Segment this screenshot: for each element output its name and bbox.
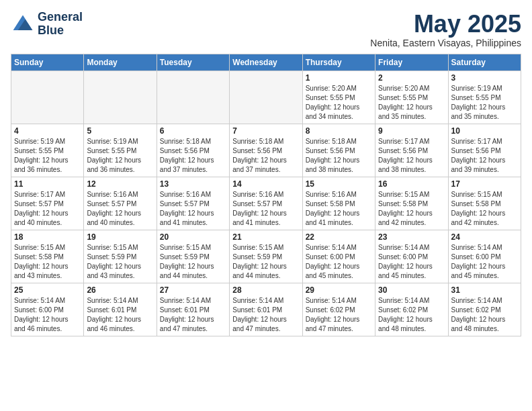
calendar-cell: 19Sunrise: 5:15 AM Sunset: 5:59 PM Dayli… [84, 230, 157, 283]
weekday-header: Sunday [11, 54, 84, 71]
calendar-cell: 14Sunrise: 5:16 AM Sunset: 5:57 PM Dayli… [230, 177, 302, 230]
day-info: Sunrise: 5:18 AM Sunset: 5:56 PM Dayligh… [306, 137, 372, 175]
day-number: 19 [87, 232, 153, 242]
day-info: Sunrise: 5:14 AM Sunset: 6:01 PM Dayligh… [160, 296, 226, 334]
day-number: 5 [87, 126, 153, 136]
day-number: 24 [451, 232, 518, 242]
weekday-header: Friday [375, 54, 448, 71]
day-number: 31 [451, 285, 518, 295]
calendar-cell: 17Sunrise: 5:15 AM Sunset: 5:58 PM Dayli… [448, 177, 521, 230]
day-number: 17 [451, 179, 518, 189]
calendar-table: SundayMondayTuesdayWednesdayThursdayFrid… [11, 54, 521, 336]
calendar-cell: 21Sunrise: 5:15 AM Sunset: 5:59 PM Dayli… [230, 230, 302, 283]
day-number: 8 [306, 126, 372, 136]
calendar-cell: 2Sunrise: 5:20 AM Sunset: 5:55 PM Daylig… [375, 71, 448, 124]
day-number: 23 [378, 232, 445, 242]
day-number: 20 [160, 232, 226, 242]
day-info: Sunrise: 5:19 AM Sunset: 5:55 PM Dayligh… [451, 84, 518, 122]
calendar-week-row: 4Sunrise: 5:19 AM Sunset: 5:55 PM Daylig… [11, 124, 521, 177]
day-info: Sunrise: 5:19 AM Sunset: 5:55 PM Dayligh… [14, 137, 81, 175]
day-info: Sunrise: 5:17 AM Sunset: 5:56 PM Dayligh… [378, 137, 445, 175]
weekday-header: Wednesday [230, 54, 302, 71]
day-number: 14 [232, 179, 299, 189]
day-number: 1 [306, 73, 372, 83]
day-info: Sunrise: 5:15 AM Sunset: 5:59 PM Dayligh… [87, 243, 153, 281]
calendar-cell: 9Sunrise: 5:17 AM Sunset: 5:56 PM Daylig… [375, 124, 448, 177]
day-number: 18 [14, 232, 81, 242]
calendar-cell: 28Sunrise: 5:14 AM Sunset: 6:01 PM Dayli… [230, 283, 302, 336]
calendar-cell: 20Sunrise: 5:15 AM Sunset: 5:59 PM Dayli… [157, 230, 229, 283]
day-info: Sunrise: 5:18 AM Sunset: 5:56 PM Dayligh… [160, 137, 226, 175]
calendar-cell: 5Sunrise: 5:19 AM Sunset: 5:55 PM Daylig… [84, 124, 157, 177]
day-info: Sunrise: 5:20 AM Sunset: 5:55 PM Dayligh… [378, 84, 445, 122]
day-number: 30 [378, 285, 445, 295]
day-number: 28 [232, 285, 299, 295]
calendar-week-row: 25Sunrise: 5:14 AM Sunset: 6:00 PM Dayli… [11, 283, 521, 336]
calendar-cell: 18Sunrise: 5:15 AM Sunset: 5:58 PM Dayli… [11, 230, 84, 283]
calendar-cell [11, 71, 84, 124]
day-info: Sunrise: 5:14 AM Sunset: 6:00 PM Dayligh… [451, 243, 518, 281]
calendar-cell: 27Sunrise: 5:14 AM Sunset: 6:01 PM Dayli… [157, 283, 229, 336]
day-number: 6 [160, 126, 226, 136]
calendar-cell: 13Sunrise: 5:16 AM Sunset: 5:57 PM Dayli… [157, 177, 229, 230]
day-info: Sunrise: 5:14 AM Sunset: 6:02 PM Dayligh… [306, 296, 372, 334]
calendar-cell: 6Sunrise: 5:18 AM Sunset: 5:56 PM Daylig… [157, 124, 229, 177]
day-info: Sunrise: 5:15 AM Sunset: 5:59 PM Dayligh… [160, 243, 226, 281]
calendar-cell: 3Sunrise: 5:19 AM Sunset: 5:55 PM Daylig… [448, 71, 521, 124]
day-info: Sunrise: 5:15 AM Sunset: 5:58 PM Dayligh… [378, 190, 445, 228]
day-info: Sunrise: 5:16 AM Sunset: 5:57 PM Dayligh… [87, 190, 153, 228]
month-title: May 2025 [370, 11, 521, 38]
calendar-cell: 4Sunrise: 5:19 AM Sunset: 5:55 PM Daylig… [11, 124, 84, 177]
weekday-header-row: SundayMondayTuesdayWednesdayThursdayFrid… [11, 54, 521, 71]
day-number: 26 [87, 285, 153, 295]
calendar-cell: 29Sunrise: 5:14 AM Sunset: 6:02 PM Dayli… [302, 283, 375, 336]
day-number: 10 [451, 126, 518, 136]
calendar-cell: 25Sunrise: 5:14 AM Sunset: 6:00 PM Dayli… [11, 283, 84, 336]
location-title: Nenita, Eastern Visayas, Philippines [370, 38, 521, 48]
day-info: Sunrise: 5:16 AM Sunset: 5:57 PM Dayligh… [160, 190, 226, 228]
calendar-week-row: 18Sunrise: 5:15 AM Sunset: 5:58 PM Dayli… [11, 230, 521, 283]
day-info: Sunrise: 5:15 AM Sunset: 5:58 PM Dayligh… [451, 190, 518, 228]
day-info: Sunrise: 5:16 AM Sunset: 5:57 PM Dayligh… [232, 190, 299, 228]
weekday-header: Monday [84, 54, 157, 71]
calendar-cell: 12Sunrise: 5:16 AM Sunset: 5:57 PM Dayli… [84, 177, 157, 230]
day-info: Sunrise: 5:16 AM Sunset: 5:58 PM Dayligh… [306, 190, 372, 228]
day-number: 13 [160, 179, 226, 189]
day-info: Sunrise: 5:14 AM Sunset: 6:00 PM Dayligh… [14, 296, 81, 334]
calendar-cell: 11Sunrise: 5:17 AM Sunset: 5:57 PM Dayli… [11, 177, 84, 230]
day-info: Sunrise: 5:17 AM Sunset: 5:56 PM Dayligh… [451, 137, 518, 175]
calendar-cell: 26Sunrise: 5:14 AM Sunset: 6:01 PM Dayli… [84, 283, 157, 336]
logo-text: General Blue [38, 11, 83, 38]
day-number: 29 [306, 285, 372, 295]
day-number: 16 [378, 179, 445, 189]
day-info: Sunrise: 5:19 AM Sunset: 5:55 PM Dayligh… [87, 137, 153, 175]
day-number: 7 [232, 126, 299, 136]
day-number: 12 [87, 179, 153, 189]
day-number: 3 [451, 73, 518, 83]
day-info: Sunrise: 5:14 AM Sunset: 6:01 PM Dayligh… [87, 296, 153, 334]
day-info: Sunrise: 5:15 AM Sunset: 5:59 PM Dayligh… [232, 243, 299, 281]
day-number: 22 [306, 232, 372, 242]
calendar-cell [230, 71, 302, 124]
calendar-cell: 10Sunrise: 5:17 AM Sunset: 5:56 PM Dayli… [448, 124, 521, 177]
calendar-cell: 30Sunrise: 5:14 AM Sunset: 6:02 PM Dayli… [375, 283, 448, 336]
calendar-cell: 16Sunrise: 5:15 AM Sunset: 5:58 PM Dayli… [375, 177, 448, 230]
day-info: Sunrise: 5:14 AM Sunset: 6:02 PM Dayligh… [378, 296, 445, 334]
day-info: Sunrise: 5:17 AM Sunset: 5:57 PM Dayligh… [14, 190, 81, 228]
day-info: Sunrise: 5:14 AM Sunset: 6:00 PM Dayligh… [306, 243, 372, 281]
weekday-header: Tuesday [157, 54, 229, 71]
calendar-cell [157, 71, 229, 124]
day-number: 27 [160, 285, 226, 295]
day-info: Sunrise: 5:15 AM Sunset: 5:58 PM Dayligh… [14, 243, 81, 281]
calendar-week-row: 1Sunrise: 5:20 AM Sunset: 5:55 PM Daylig… [11, 71, 521, 124]
calendar-cell: 24Sunrise: 5:14 AM Sunset: 6:00 PM Dayli… [448, 230, 521, 283]
day-number: 11 [14, 179, 81, 189]
calendar-cell [84, 71, 157, 124]
day-info: Sunrise: 5:20 AM Sunset: 5:55 PM Dayligh… [306, 84, 372, 122]
day-number: 2 [378, 73, 445, 83]
calendar-cell: 15Sunrise: 5:16 AM Sunset: 5:58 PM Dayli… [302, 177, 375, 230]
day-info: Sunrise: 5:14 AM Sunset: 6:00 PM Dayligh… [378, 243, 445, 281]
logo-icon [11, 12, 35, 36]
weekday-header: Saturday [448, 54, 521, 71]
day-number: 15 [306, 179, 372, 189]
